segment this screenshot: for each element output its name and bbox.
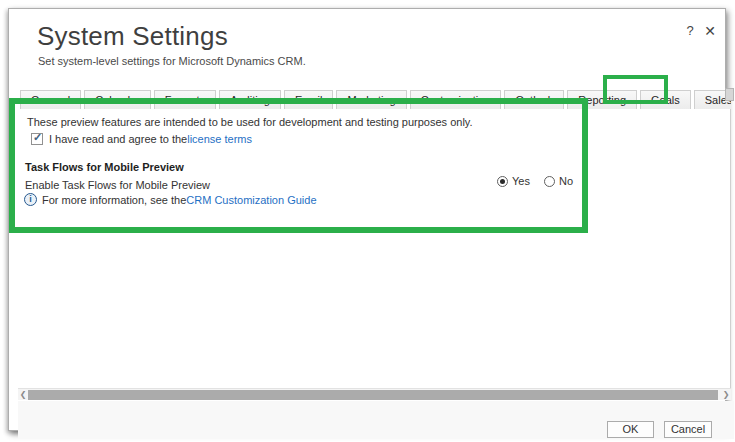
tab-outlook[interactable]: Outlook (504, 90, 564, 110)
tab-customization[interactable]: Customization (410, 90, 502, 110)
tab-strip: GeneralCalendarFormatsAuditingEmailMarke… (20, 90, 731, 110)
horizontal-scrollbar[interactable]: ❮ ❯ (18, 388, 731, 400)
tab-calendar[interactable]: Calendar (84, 90, 151, 110)
radio-yes-circle[interactable] (497, 176, 508, 187)
cancel-button[interactable]: Cancel (664, 421, 712, 438)
close-icon[interactable]: ✕ (702, 23, 718, 39)
horizontal-scrollbar-thumb[interactable] (28, 390, 718, 400)
help-icon[interactable]: ? (682, 23, 698, 38)
tab-marketing[interactable]: Marketing (336, 90, 406, 110)
scroll-left-icon[interactable]: ❮ (18, 389, 28, 401)
vertical-scrollbar-fragment[interactable] (725, 88, 734, 101)
tab-general[interactable]: General (20, 90, 81, 110)
tab-email[interactable]: Email (284, 90, 334, 110)
screenshot-canvas: System Settings Set system-level setting… (0, 0, 735, 442)
task-flows-heading: Task Flows for Mobile Preview (25, 161, 184, 173)
tab-auditing[interactable]: Auditing (219, 90, 281, 110)
enable-task-flows-label: Enable Task Flows for Mobile Preview (25, 179, 210, 191)
radio-no[interactable]: No (544, 175, 573, 187)
license-terms-link[interactable]: license terms (187, 133, 252, 145)
tab-reporting[interactable]: Reporting (567, 90, 637, 110)
system-settings-dialog: System Settings Set system-level setting… (8, 8, 726, 431)
page-title: System Settings (37, 21, 228, 52)
info-icon: i (24, 193, 37, 206)
license-agree-row: I have read and agree to the license ter… (31, 133, 252, 145)
more-info-row: i For more information, see the CRM Cust… (24, 193, 317, 206)
preview-disclaimer-text: These preview features are intended to b… (27, 116, 473, 128)
more-info-label: For more information, see the (42, 194, 186, 206)
radio-yes[interactable]: Yes (497, 175, 530, 187)
radio-no-circle[interactable] (544, 176, 555, 187)
crm-customization-guide-link[interactable]: CRM Customization Guide (186, 194, 316, 206)
page-subtitle: Set system-level settings for Microsoft … (38, 55, 306, 67)
license-agree-checkbox[interactable] (31, 133, 43, 145)
radio-yes-label: Yes (512, 175, 530, 187)
tab-formats[interactable]: Formats (154, 90, 216, 110)
ok-button[interactable]: OK (607, 421, 654, 438)
previews-tab-panel (18, 109, 731, 388)
tab-goals[interactable]: Goals (640, 90, 691, 110)
radio-no-label: No (559, 175, 573, 187)
scroll-right-icon[interactable]: ❯ (721, 389, 731, 401)
task-flows-radio-group: Yes No (497, 175, 573, 187)
license-agree-label: I have read and agree to the (49, 133, 187, 145)
